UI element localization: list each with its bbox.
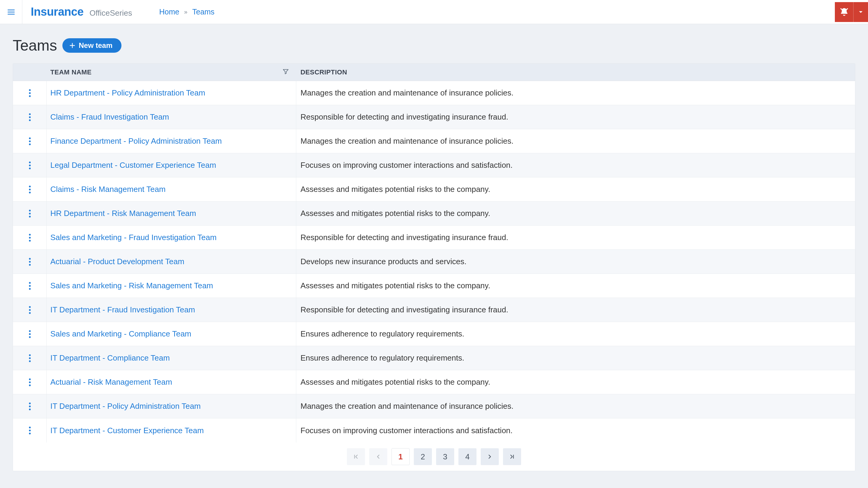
- team-name-link[interactable]: Sales and Marketing - Compliance Team: [47, 322, 296, 346]
- team-name-link[interactable]: IT Department - Policy Administration Te…: [47, 394, 296, 418]
- team-description: Focuses on improving customer interactio…: [296, 161, 855, 170]
- pager-page-2[interactable]: 2: [414, 448, 432, 465]
- team-description: Manages the creation and maintenance of …: [296, 136, 855, 146]
- pager-page-1[interactable]: 1: [392, 448, 410, 465]
- notifications-button[interactable]: [835, 2, 854, 22]
- svg-point-25: [29, 234, 31, 235]
- breadcrumb-current[interactable]: Teams: [192, 7, 215, 16]
- pager-next-button[interactable]: [481, 448, 499, 465]
- row-actions-button[interactable]: [13, 201, 47, 225]
- more-vertical-icon: [29, 233, 31, 242]
- team-name-link[interactable]: Sales and Marketing - Risk Management Te…: [47, 274, 296, 298]
- team-description: Assesses and mitigates potential risks t…: [296, 378, 855, 387]
- row-actions-button[interactable]: [13, 81, 47, 105]
- more-vertical-icon: [29, 402, 31, 411]
- brand-name: Insurance: [31, 5, 84, 19]
- svg-point-10: [29, 113, 31, 115]
- team-name-link[interactable]: IT Department - Compliance Team: [47, 346, 296, 370]
- svg-point-47: [29, 405, 31, 407]
- row-actions-button[interactable]: [13, 129, 47, 153]
- more-vertical-icon: [29, 209, 31, 218]
- svg-point-31: [29, 282, 31, 284]
- team-name-link[interactable]: Legal Department - Customer Experience T…: [47, 153, 296, 177]
- col-desc-header[interactable]: DESCRIPTION: [296, 68, 855, 76]
- brand: Insurance OfficeSeries: [22, 5, 132, 19]
- row-actions-button[interactable]: [13, 370, 47, 394]
- team-name-link[interactable]: IT Department - Customer Experience Team: [47, 418, 296, 443]
- svg-point-27: [29, 240, 31, 241]
- more-vertical-icon: [29, 113, 31, 122]
- table-row: Sales and Marketing - Compliance TeamEns…: [13, 322, 855, 346]
- topbar: Insurance OfficeSeries Home » Teams: [0, 0, 868, 24]
- topbar-right: [835, 2, 868, 22]
- svg-point-29: [29, 261, 31, 263]
- table-row: Finance Department - Policy Administrati…: [13, 129, 855, 153]
- user-menu-button[interactable]: [854, 2, 868, 22]
- row-actions-button[interactable]: [13, 153, 47, 177]
- row-actions-button[interactable]: [13, 394, 47, 418]
- bell-alert-icon: [840, 7, 849, 17]
- team-name-link[interactable]: Claims - Risk Management Team: [47, 177, 296, 201]
- team-name-link[interactable]: HR Department - Policy Administration Te…: [47, 81, 296, 105]
- brand-sub: OfficeSeries: [90, 8, 132, 18]
- table-body: HR Department - Policy Administration Te…: [13, 81, 855, 443]
- pager-page-4[interactable]: 4: [458, 448, 476, 465]
- table-row: IT Department - Customer Experience Team…: [13, 418, 855, 443]
- svg-point-22: [29, 210, 31, 212]
- table-row: HR Department - Policy Administration Te…: [13, 81, 855, 105]
- team-description: Develops new insurance products and serv…: [296, 257, 855, 266]
- col-name-header[interactable]: TEAM NAME: [47, 68, 296, 76]
- team-description: Responsible for detecting and investigat…: [296, 233, 855, 242]
- breadcrumb-home[interactable]: Home: [159, 7, 179, 16]
- team-name-link[interactable]: IT Department - Fraud Investigation Team: [47, 298, 296, 322]
- row-actions-button[interactable]: [13, 322, 47, 346]
- team-name-link[interactable]: Finance Department - Policy Administrati…: [47, 129, 296, 153]
- team-name-link[interactable]: Actuarial - Product Development Team: [47, 250, 296, 273]
- team-name-link[interactable]: Sales and Marketing - Fraud Investigatio…: [47, 226, 296, 250]
- team-description: Assesses and mitigates potential risks t…: [296, 209, 855, 218]
- pager-page-3[interactable]: 3: [436, 448, 454, 465]
- team-name-link[interactable]: Claims - Fraud Investigation Team: [47, 105, 296, 129]
- more-vertical-icon: [29, 354, 31, 363]
- more-vertical-icon: [29, 305, 31, 315]
- table-row: Claims - Fraud Investigation TeamRespons…: [13, 105, 855, 129]
- svg-point-44: [29, 381, 31, 383]
- chevron-right-icon: [487, 453, 493, 460]
- team-description: Ensures adherence to regulatory requirem…: [296, 329, 855, 338]
- svg-point-42: [29, 360, 31, 362]
- col-name-header-label: TEAM NAME: [50, 68, 92, 76]
- row-actions-button[interactable]: [13, 346, 47, 370]
- more-vertical-icon: [29, 257, 31, 266]
- page: Teams New team TEAM NAME DESCRIPTION: [0, 24, 868, 471]
- svg-point-34: [29, 306, 31, 308]
- row-actions-button[interactable]: [13, 105, 47, 129]
- pager-last-button[interactable]: [503, 448, 521, 465]
- row-actions-button[interactable]: [13, 298, 47, 322]
- svg-point-50: [29, 429, 31, 431]
- svg-point-49: [29, 427, 31, 428]
- svg-point-14: [29, 140, 31, 142]
- page-last-icon: [509, 453, 516, 460]
- new-team-button[interactable]: New team: [62, 38, 121, 53]
- more-vertical-icon: [29, 426, 31, 435]
- row-actions-button[interactable]: [13, 274, 47, 298]
- breadcrumb: Home » Teams: [159, 7, 214, 16]
- row-actions-button[interactable]: [13, 418, 47, 443]
- row-actions-button[interactable]: [13, 226, 47, 250]
- team-description: Responsible for detecting and investigat…: [296, 305, 855, 315]
- row-actions-button[interactable]: [13, 177, 47, 201]
- svg-line-4: [846, 8, 847, 10]
- svg-point-40: [29, 354, 31, 356]
- team-name-link[interactable]: Actuarial - Risk Management Team: [47, 370, 296, 394]
- more-vertical-icon: [29, 378, 31, 387]
- filter-icon: [282, 68, 289, 75]
- table-row: HR Department - Risk Management TeamAsse…: [13, 201, 855, 226]
- filter-button[interactable]: [282, 68, 289, 76]
- svg-point-51: [29, 432, 31, 434]
- svg-point-16: [29, 161, 31, 163]
- hamburger-menu-button[interactable]: [0, 0, 22, 24]
- svg-point-20: [29, 189, 31, 190]
- team-name-link[interactable]: HR Department - Risk Management Team: [47, 201, 296, 225]
- row-actions-button[interactable]: [13, 250, 47, 273]
- svg-point-26: [29, 237, 31, 238]
